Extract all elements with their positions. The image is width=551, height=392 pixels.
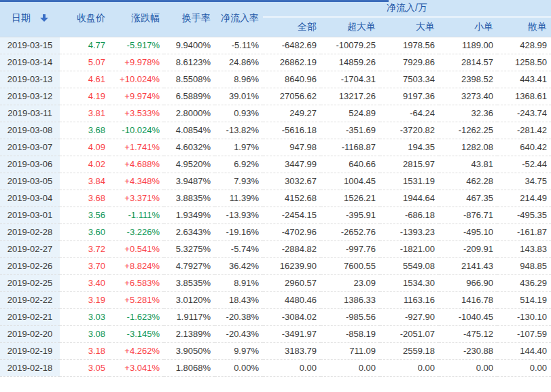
- cell-turnover: 2.1389%: [164, 325, 215, 342]
- col-header-close[interactable]: 收盘价: [60, 0, 109, 37]
- money-flow-table: 日期 收盘价 涨跌幅 换手率 净流入率 净流入/万 全部 超大单 大单 小单 散…: [0, 0, 551, 377]
- cell-change: +4.262%: [109, 342, 164, 359]
- cell-close: 3.70: [60, 257, 109, 274]
- cell-super-large: -997.76: [321, 240, 380, 257]
- cell-close: 3.68: [60, 122, 109, 139]
- table-row: 2019-02-223.19+5.281%3.0120%18.43%4480.4…: [0, 291, 551, 308]
- cell-turnover: 4.9520%: [164, 156, 215, 173]
- cell-super-large: 640.66: [321, 156, 380, 173]
- cell-large: 7929.86: [380, 54, 439, 71]
- cell-large: 2815.97: [380, 156, 439, 173]
- cell-close: 3.84: [60, 173, 109, 190]
- cell-change: +3.371%: [109, 190, 164, 207]
- col-header-retail[interactable]: 散单: [497, 17, 551, 37]
- sort-desc-icon[interactable]: [40, 14, 48, 22]
- cell-inflow-rate: 6.92%: [215, 156, 263, 173]
- cell-super-large: -395.91: [321, 207, 380, 224]
- cell-turnover: 9.9400%: [164, 37, 215, 54]
- cell-close: 4.19: [60, 88, 109, 105]
- col-header-date[interactable]: 日期: [0, 0, 60, 37]
- cell-retail: 443.41: [497, 71, 551, 88]
- col-header-change[interactable]: 涨跌幅: [109, 0, 164, 37]
- cell-all: 27056.62: [263, 88, 321, 105]
- cell-super-large: 524.89: [321, 105, 380, 122]
- cell-small: 462.28: [439, 173, 497, 190]
- cell-retail: 1368.61: [497, 88, 551, 105]
- cell-close: 3.18: [60, 342, 109, 359]
- cell-retail: 143.83: [497, 240, 551, 257]
- cell-change: +3.533%: [109, 105, 164, 122]
- cell-change: -1.623%: [109, 308, 164, 325]
- table-row: 2019-03-074.09+1.741%4.6032%1.97%947.98-…: [0, 139, 551, 156]
- table-row: 2019-03-134.61+10.024%8.5508%8.96%8640.9…: [0, 71, 551, 88]
- cell-change: +9.978%: [109, 54, 164, 71]
- col-header-inflow-rate[interactable]: 净流入率: [215, 0, 263, 37]
- money-flow-history-panel: 日期 收盘价 涨跌幅 换手率 净流入率 净流入/万 全部 超大单 大单 小单 散…: [0, 0, 551, 392]
- cell-large: 1534.30: [380, 274, 439, 291]
- cell-small: -230.88: [439, 342, 497, 359]
- cell-small: 2814.57: [439, 54, 497, 71]
- cell-all: -2884.82: [263, 240, 321, 257]
- table-row: 2019-02-263.70+8.824%4.7927%36.42%16239.…: [0, 257, 551, 274]
- cell-large: -2051.07: [380, 325, 439, 342]
- cell-change: +3.041%: [109, 359, 164, 376]
- cell-large: -3720.82: [380, 122, 439, 139]
- col-header-large[interactable]: 大单: [380, 17, 439, 37]
- cell-small: 1282.08: [439, 139, 497, 156]
- table-row: 2019-03-013.56-1.111%1.9349%-13.93%-2454…: [0, 207, 551, 224]
- cell-inflow-rate: -5.74%: [215, 240, 263, 257]
- cell-date: 2019-02-19: [0, 342, 60, 359]
- col-header-all[interactable]: 全部: [263, 17, 321, 37]
- cell-inflow-rate: -13.93%: [215, 207, 263, 224]
- col-header-super-large[interactable]: 超大单: [321, 17, 380, 37]
- cell-turnover: 2.6343%: [164, 224, 215, 240]
- cell-super-large: 1004.45: [321, 173, 380, 190]
- cell-small: 1416.78: [439, 291, 497, 308]
- cell-turnover: 4.6032%: [164, 139, 215, 156]
- cell-small: -495.10: [439, 224, 497, 240]
- cell-large: 1531.19: [380, 173, 439, 190]
- cell-date: 2019-03-01: [0, 207, 60, 224]
- cell-turnover: 1.8068%: [164, 359, 215, 376]
- cell-date: 2019-03-14: [0, 54, 60, 71]
- cell-date: 2019-03-15: [0, 37, 60, 54]
- cell-all: -3491.97: [263, 325, 321, 342]
- cell-date: 2019-02-20: [0, 325, 60, 342]
- cell-super-large: 711.09: [321, 342, 380, 359]
- cell-close: 3.19: [60, 291, 109, 308]
- cell-date: 2019-03-04: [0, 190, 60, 207]
- cell-large: 1163.16: [380, 291, 439, 308]
- cell-date: 2019-03-07: [0, 139, 60, 156]
- cell-date: 2019-02-26: [0, 257, 60, 274]
- cell-small: -475.12: [439, 325, 497, 342]
- cell-close: 3.68: [60, 190, 109, 207]
- cell-close: 3.60: [60, 224, 109, 240]
- cell-date: 2019-02-18: [0, 359, 60, 376]
- cell-small: 966.90: [439, 274, 497, 291]
- cell-retail: -52.44: [497, 156, 551, 173]
- top-accent-line: [0, 0, 389, 2]
- cell-small: -209.91: [439, 240, 497, 257]
- cell-large: 9197.36: [380, 88, 439, 105]
- cell-change: +10.024%: [109, 71, 164, 88]
- cell-retail: -161.87: [497, 224, 551, 240]
- cell-all: -4702.96: [263, 224, 321, 240]
- cell-super-large: -10079.25: [321, 37, 380, 54]
- cell-small: -1262.25: [439, 122, 497, 139]
- cell-retail: 34.75: [497, 173, 551, 190]
- cell-change: +4.348%: [109, 173, 164, 190]
- table-row: 2019-02-283.60-3.226%2.6343%-19.16%-4702…: [0, 224, 551, 240]
- cell-inflow-rate: 8.91%: [215, 274, 263, 291]
- cell-small: 1189.00: [439, 37, 497, 54]
- cell-turnover: 4.7927%: [164, 257, 215, 274]
- cell-change: +5.281%: [109, 291, 164, 308]
- cell-turnover: 1.9349%: [164, 207, 215, 224]
- cell-super-large: -351.69: [321, 122, 380, 139]
- cell-change: +0.541%: [109, 240, 164, 257]
- cell-inflow-rate: 18.43%: [215, 291, 263, 308]
- cell-change: +9.974%: [109, 88, 164, 105]
- cell-close: 4.77: [60, 37, 109, 54]
- col-header-turnover[interactable]: 换手率: [164, 0, 215, 37]
- cell-large: 1944.64: [380, 190, 439, 207]
- col-header-small[interactable]: 小单: [439, 17, 497, 37]
